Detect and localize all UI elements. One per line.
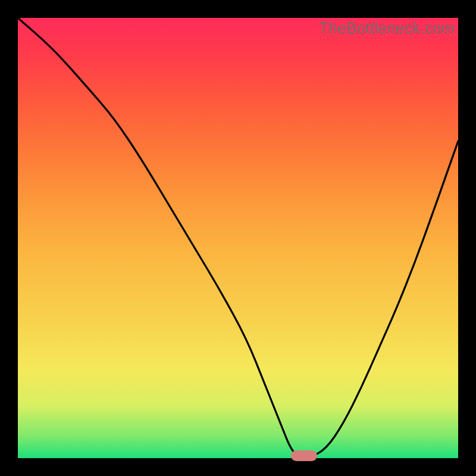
chart-frame: TheBottleneck.com [0, 0, 476, 476]
plot-area: TheBottleneck.com [18, 18, 458, 458]
optimal-point-marker [291, 450, 317, 461]
bottleneck-curve [18, 18, 458, 458]
